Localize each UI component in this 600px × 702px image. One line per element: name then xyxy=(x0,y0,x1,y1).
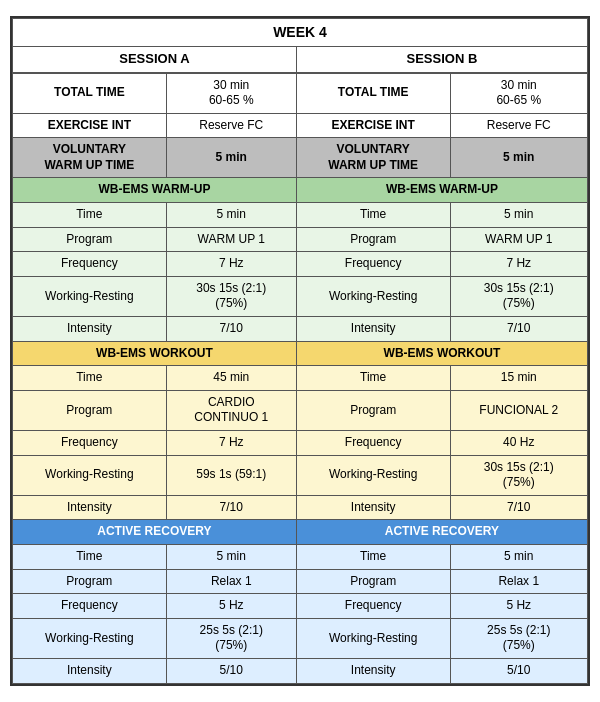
a-warmup-freq-label: Frequency xyxy=(13,252,167,277)
a-warmup-wr-value: 30s 15s (2:1)(75%) xyxy=(166,276,296,316)
a-warmup-section: WB-EMS WARM-UP xyxy=(13,178,297,203)
b-warmup-freq-label: Frequency xyxy=(296,252,450,277)
b-recovery-intensity-label: Intensity xyxy=(296,658,450,683)
b-voluntary-value: 5 min xyxy=(450,138,587,178)
a-workout-intensity-value: 7/10 xyxy=(166,495,296,520)
b-recovery-program-value: Relax 1 xyxy=(450,569,587,594)
a-exercise-int-label: EXERCISE INT xyxy=(13,113,167,138)
b-warmup-intensity-value: 7/10 xyxy=(450,317,587,342)
a-recovery-section: ACTIVE RECOVERY xyxy=(13,520,297,545)
a-voluntary-label: VOLUNTARYWARM UP TIME xyxy=(13,138,167,178)
a-warmup-program-label: Program xyxy=(13,227,167,252)
b-workout-program-value: FUNCIONAL 2 xyxy=(450,390,587,430)
a-exercise-int-value: Reserve FC xyxy=(166,113,296,138)
b-warmup-program-value: WARM UP 1 xyxy=(450,227,587,252)
b-recovery-freq-label: Frequency xyxy=(296,594,450,619)
a-recovery-wr-label: Working-Resting xyxy=(13,618,167,658)
b-workout-freq-value: 40 Hz xyxy=(450,431,587,456)
b-warmup-time-label: Time xyxy=(296,203,450,228)
a-warmup-time-label: Time xyxy=(13,203,167,228)
b-recovery-time-label: Time xyxy=(296,544,450,569)
b-exercise-int-label: EXERCISE INT xyxy=(296,113,450,138)
b-warmup-wr-label: Working-Resting xyxy=(296,276,450,316)
main-table: WEEK 4 SESSION A SESSION B TOTAL TIME 30… xyxy=(10,16,590,685)
b-workout-program-label: Program xyxy=(296,390,450,430)
b-warmup-program-label: Program xyxy=(296,227,450,252)
b-recovery-program-label: Program xyxy=(296,569,450,594)
a-voluntary-value: 5 min xyxy=(166,138,296,178)
b-recovery-time-value: 5 min xyxy=(450,544,587,569)
a-warmup-freq-value: 7 Hz xyxy=(166,252,296,277)
b-workout-section: WB-EMS WORKOUT xyxy=(296,341,587,366)
b-total-time-label: TOTAL TIME xyxy=(296,73,450,114)
b-warmup-freq-value: 7 Hz xyxy=(450,252,587,277)
a-workout-program-value: CARDIOCONTINUO 1 xyxy=(166,390,296,430)
session-b-header: SESSION B xyxy=(296,46,587,72)
a-warmup-time-value: 5 min xyxy=(166,203,296,228)
b-workout-intensity-value: 7/10 xyxy=(450,495,587,520)
b-total-time-value: 30 min60-65 % xyxy=(450,73,587,114)
session-a-header: SESSION A xyxy=(13,46,297,72)
a-workout-intensity-label: Intensity xyxy=(13,495,167,520)
b-workout-time-value: 15 min xyxy=(450,366,587,391)
b-exercise-int-value: Reserve FC xyxy=(450,113,587,138)
b-recovery-section: ACTIVE RECOVERY xyxy=(296,520,587,545)
a-recovery-time-value: 5 min xyxy=(166,544,296,569)
a-workout-program-label: Program xyxy=(13,390,167,430)
b-recovery-wr-label: Working-Resting xyxy=(296,618,450,658)
a-recovery-intensity-value: 5/10 xyxy=(166,658,296,683)
a-recovery-time-label: Time xyxy=(13,544,167,569)
b-voluntary-label: VOLUNTARYWARM UP TIME xyxy=(296,138,450,178)
b-recovery-freq-value: 5 Hz xyxy=(450,594,587,619)
a-workout-freq-label: Frequency xyxy=(13,431,167,456)
a-recovery-freq-label: Frequency xyxy=(13,594,167,619)
a-total-time-value: 30 min60-65 % xyxy=(166,73,296,114)
a-recovery-program-value: Relax 1 xyxy=(166,569,296,594)
a-workout-time-value: 45 min xyxy=(166,366,296,391)
a-recovery-intensity-label: Intensity xyxy=(13,658,167,683)
week-title: WEEK 4 xyxy=(13,19,588,46)
b-recovery-intensity-value: 5/10 xyxy=(450,658,587,683)
a-workout-wr-value: 59s 1s (59:1) xyxy=(166,455,296,495)
a-workout-time-label: Time xyxy=(13,366,167,391)
a-recovery-program-label: Program xyxy=(13,569,167,594)
a-workout-freq-value: 7 Hz xyxy=(166,431,296,456)
a-warmup-intensity-value: 7/10 xyxy=(166,317,296,342)
a-workout-wr-label: Working-Resting xyxy=(13,455,167,495)
b-workout-time-label: Time xyxy=(296,366,450,391)
b-workout-wr-label: Working-Resting xyxy=(296,455,450,495)
b-warmup-intensity-label: Intensity xyxy=(296,317,450,342)
b-workout-freq-label: Frequency xyxy=(296,431,450,456)
b-workout-wr-value: 30s 15s (2:1)(75%) xyxy=(450,455,587,495)
a-warmup-intensity-label: Intensity xyxy=(13,317,167,342)
a-recovery-wr-value: 25s 5s (2:1)(75%) xyxy=(166,618,296,658)
b-warmup-section: WB-EMS WARM-UP xyxy=(296,178,587,203)
a-warmup-wr-label: Working-Resting xyxy=(13,276,167,316)
a-workout-section: WB-EMS WORKOUT xyxy=(13,341,297,366)
a-warmup-program-value: WARM UP 1 xyxy=(166,227,296,252)
b-warmup-time-value: 5 min xyxy=(450,203,587,228)
b-warmup-wr-value: 30s 15s (2:1)(75%) xyxy=(450,276,587,316)
a-recovery-freq-value: 5 Hz xyxy=(166,594,296,619)
b-recovery-wr-value: 25s 5s (2:1)(75%) xyxy=(450,618,587,658)
a-total-time-label: TOTAL TIME xyxy=(13,73,167,114)
b-workout-intensity-label: Intensity xyxy=(296,495,450,520)
